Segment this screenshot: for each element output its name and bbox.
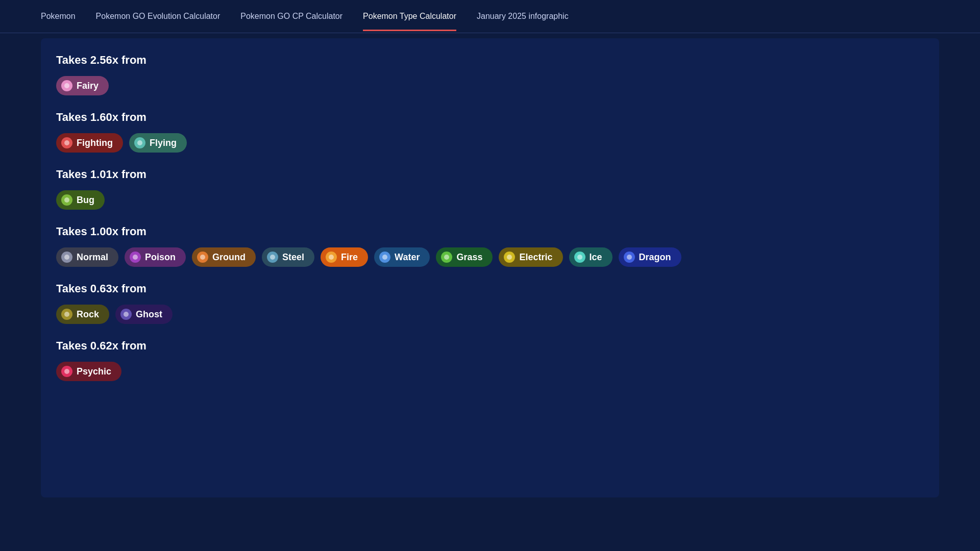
- type-dot-steel: [267, 252, 278, 263]
- type-label-bug: Bug: [77, 195, 94, 206]
- section-title-takes-100x: Takes 1.00x from: [56, 225, 924, 238]
- section-title-takes-160x: Takes 1.60x from: [56, 111, 924, 124]
- type-badge-ground[interactable]: Ground: [192, 247, 256, 267]
- type-badges-takes-101x: Bug: [56, 190, 924, 210]
- type-dot-fire: [326, 252, 337, 263]
- type-dot-bug: [61, 194, 72, 206]
- type-dot-normal: [61, 252, 72, 263]
- section-takes-100x: Takes 1.00x fromNormalPoisonGroundSteelF…: [56, 225, 924, 267]
- type-dot-grass: [441, 252, 452, 263]
- type-label-grass: Grass: [456, 252, 482, 263]
- type-badge-ghost[interactable]: Ghost: [115, 305, 173, 324]
- type-badge-steel[interactable]: Steel: [262, 247, 314, 267]
- type-label-poison: Poison: [145, 252, 176, 263]
- section-takes-256x: Takes 2.56x fromFairy: [56, 54, 924, 95]
- nav-item-pokemon-go-evolution[interactable]: Pokemon GO Evolution Calculator: [96, 2, 220, 31]
- type-dot-ice: [574, 252, 585, 263]
- type-label-psychic: Psychic: [77, 366, 111, 377]
- type-badge-water[interactable]: Water: [374, 247, 430, 267]
- type-dot-poison: [130, 252, 141, 263]
- section-takes-101x: Takes 1.01x fromBug: [56, 168, 924, 210]
- section-title-takes-101x: Takes 1.01x from: [56, 168, 924, 181]
- navbar: PokemonPokemon GO Evolution CalculatorPo…: [0, 0, 980, 33]
- nav-item-pokemon[interactable]: Pokemon: [41, 2, 76, 31]
- type-badge-ice[interactable]: Ice: [569, 247, 612, 267]
- type-label-ice: Ice: [590, 252, 602, 263]
- type-badges-takes-062x: Psychic: [56, 362, 924, 381]
- nav-item-pokemon-go-cp[interactable]: Pokemon GO CP Calculator: [240, 2, 342, 31]
- type-dot-fighting: [61, 137, 72, 148]
- type-label-fighting: Fighting: [77, 138, 113, 148]
- type-badge-flying[interactable]: Flying: [129, 133, 187, 153]
- type-label-dragon: Dragon: [639, 252, 671, 263]
- type-dot-ground: [197, 252, 208, 263]
- type-badge-fairy[interactable]: Fairy: [56, 76, 109, 95]
- type-badge-psychic[interactable]: Psychic: [56, 362, 121, 381]
- type-label-electric: Electric: [519, 252, 552, 263]
- type-dot-rock: [61, 309, 72, 320]
- type-label-flying: Flying: [150, 138, 177, 148]
- section-takes-160x: Takes 1.60x fromFightingFlying: [56, 111, 924, 153]
- type-badge-normal[interactable]: Normal: [56, 247, 118, 267]
- type-badges-takes-160x: FightingFlying: [56, 133, 924, 153]
- type-badge-fire[interactable]: Fire: [321, 247, 368, 267]
- nav-item-january-2025[interactable]: January 2025 infographic: [477, 2, 569, 31]
- type-badge-poison[interactable]: Poison: [125, 247, 186, 267]
- nav-item-pokemon-type-calculator[interactable]: Pokemon Type Calculator: [363, 2, 456, 31]
- type-badge-rock[interactable]: Rock: [56, 305, 109, 324]
- type-label-ground: Ground: [212, 252, 246, 263]
- type-dot-electric: [504, 252, 515, 263]
- type-label-normal: Normal: [77, 252, 108, 263]
- section-title-takes-256x: Takes 2.56x from: [56, 54, 924, 67]
- type-badge-fighting[interactable]: Fighting: [56, 133, 123, 153]
- type-badge-dragon[interactable]: Dragon: [619, 247, 681, 267]
- section-title-takes-062x: Takes 0.62x from: [56, 339, 924, 353]
- type-dot-water: [379, 252, 390, 263]
- type-label-ghost: Ghost: [136, 309, 162, 320]
- type-dot-ghost: [120, 309, 132, 320]
- type-badges-takes-100x: NormalPoisonGroundSteelFireWaterGrassEle…: [56, 247, 924, 267]
- section-takes-062x: Takes 0.62x fromPsychic: [56, 339, 924, 381]
- type-dot-dragon: [624, 252, 635, 263]
- type-label-steel: Steel: [282, 252, 304, 263]
- type-label-fairy: Fairy: [77, 81, 99, 91]
- type-label-water: Water: [395, 252, 420, 263]
- type-dot-flying: [134, 137, 145, 148]
- type-badges-takes-063x: RockGhost: [56, 305, 924, 324]
- main-content: Takes 2.56x fromFairyTakes 1.60x fromFig…: [41, 38, 939, 497]
- type-badge-electric[interactable]: Electric: [499, 247, 562, 267]
- section-title-takes-063x: Takes 0.63x from: [56, 282, 924, 295]
- type-badge-grass[interactable]: Grass: [436, 247, 493, 267]
- section-takes-063x: Takes 0.63x fromRockGhost: [56, 282, 924, 324]
- type-dot-fairy: [61, 80, 72, 91]
- type-dot-psychic: [61, 366, 72, 377]
- type-badge-bug[interactable]: Bug: [56, 190, 105, 210]
- type-badges-takes-256x: Fairy: [56, 76, 924, 95]
- type-label-fire: Fire: [341, 252, 358, 263]
- type-label-rock: Rock: [77, 309, 99, 320]
